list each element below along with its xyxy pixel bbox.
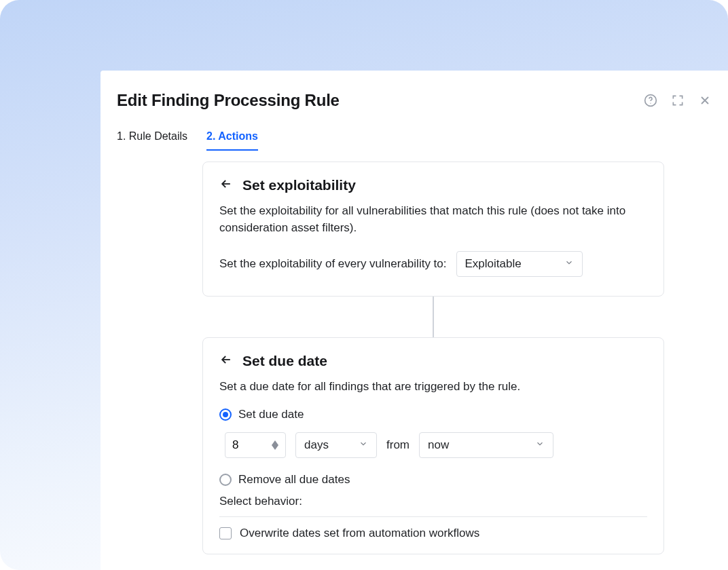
close-icon[interactable] bbox=[698, 94, 712, 107]
from-label: from bbox=[386, 438, 410, 452]
header-actions bbox=[644, 94, 712, 107]
content-area: Set exploitability Set the exploitabilit… bbox=[101, 151, 728, 554]
connector-line bbox=[433, 297, 434, 337]
checkbox-icon bbox=[219, 527, 232, 539]
tab-actions[interactable]: 2. Actions bbox=[206, 130, 258, 151]
chevron-down-icon bbox=[535, 438, 545, 452]
checkbox-label: Overwrite dates set from automation work… bbox=[240, 527, 479, 540]
fullscreen-icon[interactable] bbox=[671, 94, 685, 107]
select-value: Exploitable bbox=[465, 257, 522, 271]
due-date-config-row: 8 days from now bbox=[225, 432, 647, 458]
divider bbox=[219, 516, 647, 517]
radio-on-icon bbox=[219, 408, 232, 421]
connector-wrap bbox=[202, 297, 664, 337]
radio-label: Set due date bbox=[238, 408, 304, 421]
from-select[interactable]: now bbox=[419, 432, 553, 458]
select-value: now bbox=[428, 438, 449, 452]
svg-point-1 bbox=[650, 103, 651, 104]
card-title: Set exploitability bbox=[242, 177, 356, 193]
behavior-label: Select behavior: bbox=[219, 495, 647, 508]
number-stepper[interactable] bbox=[272, 440, 278, 450]
back-arrow-icon[interactable] bbox=[219, 353, 233, 369]
radio-remove-due-dates[interactable]: Remove all due dates bbox=[219, 473, 647, 487]
exploitability-select[interactable]: Exploitable bbox=[456, 251, 583, 277]
card-set-due-date: Set due date Set a due date for all find… bbox=[202, 337, 664, 554]
card-set-exploitability: Set exploitability Set the exploitabilit… bbox=[202, 162, 664, 297]
checkbox-overwrite-row[interactable]: Overwrite dates set from automation work… bbox=[219, 527, 647, 540]
select-value: days bbox=[304, 438, 329, 452]
dialog-title: Edit Finding Processing Rule bbox=[117, 91, 340, 110]
card-description: Set a due date for all findings that are… bbox=[219, 379, 647, 396]
due-number-input[interactable]: 8 bbox=[225, 432, 286, 458]
exploitability-prompt: Set the exploitability of every vulnerab… bbox=[219, 257, 447, 271]
radio-set-due-date[interactable]: Set due date bbox=[219, 408, 647, 421]
radio-label: Remove all due dates bbox=[238, 473, 350, 487]
back-arrow-icon[interactable] bbox=[219, 177, 233, 193]
card-description: Set the exploitability for all vulnerabi… bbox=[219, 203, 647, 236]
radio-off-icon bbox=[219, 474, 232, 486]
unit-select[interactable]: days bbox=[295, 432, 377, 458]
dialog-header: Edit Finding Processing Rule bbox=[101, 71, 728, 110]
chevron-down-icon bbox=[359, 438, 368, 452]
dialog-panel: Edit Finding Processing Rule 1. Rule Det… bbox=[101, 71, 728, 570]
tab-rule-details[interactable]: 1. Rule Details bbox=[117, 130, 187, 151]
chevron-down-icon bbox=[564, 257, 574, 271]
help-icon[interactable] bbox=[644, 94, 657, 107]
card-title: Set due date bbox=[242, 353, 327, 369]
backdrop: Edit Finding Processing Rule 1. Rule Det… bbox=[0, 0, 728, 570]
num-value: 8 bbox=[232, 438, 238, 452]
tab-bar: 1. Rule Details 2. Actions bbox=[101, 110, 728, 151]
